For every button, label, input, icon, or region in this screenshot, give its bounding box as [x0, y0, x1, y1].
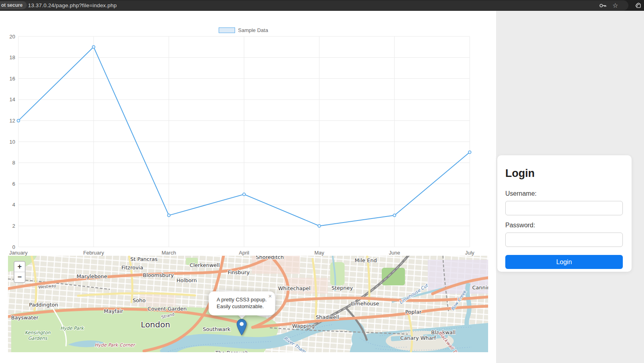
- zoom-out-button[interactable]: −: [14, 272, 25, 282]
- map-label: Fitzrovia: [122, 265, 143, 271]
- map-marker-icon[interactable]: [237, 319, 247, 335]
- svg-text:10: 10: [10, 139, 15, 145]
- popup-line2: Easily customizable.: [217, 303, 271, 310]
- browser-toolbar: ot secure 13.37.0.24/page.php?file=index…: [0, 0, 644, 11]
- login-card: Login Username: Password: Login: [497, 155, 632, 272]
- extensions-icon[interactable]: [635, 0, 642, 11]
- svg-text:March: March: [161, 250, 176, 256]
- popup-line1: A pretty CSS3 popup.: [217, 296, 271, 303]
- map-label: Bayswater: [11, 315, 39, 321]
- map-label: Soho: [133, 297, 146, 303]
- map-label: Stepney: [331, 285, 353, 291]
- url-text[interactable]: 13.37.0.24/page.php?file=index.php: [28, 0, 117, 11]
- zoom-control: + −: [14, 261, 26, 283]
- map-label: St Pancras: [130, 256, 158, 262]
- password-label: Password:: [505, 222, 624, 229]
- svg-text:July: July: [465, 250, 475, 256]
- map-label: Shoreditch: [256, 256, 284, 260]
- map-label: Hyde Park: [60, 325, 85, 331]
- username-label: Username:: [505, 190, 624, 197]
- password-input[interactable]: [505, 233, 623, 247]
- login-button[interactable]: Login: [505, 255, 623, 269]
- svg-text:May: May: [314, 250, 324, 256]
- svg-text:February: February: [83, 250, 104, 256]
- map-label: Limehouse: [351, 301, 379, 307]
- svg-text:April: April: [239, 250, 249, 256]
- map-label: Whitechapel: [278, 285, 310, 291]
- svg-text:8: 8: [12, 160, 15, 166]
- security-chip[interactable]: ot secure: [0, 1, 27, 9]
- svg-text:0: 0: [12, 244, 15, 250]
- map-label: London: [141, 320, 170, 329]
- map-label: Mayfair: [104, 308, 124, 314]
- svg-text:16: 16: [10, 76, 15, 82]
- map-popup: A pretty CSS3 popup. Easily customizable…: [209, 291, 275, 315]
- line-chart: 02468101214161820JanuaryFebruaryMarchApr…: [0, 11, 496, 264]
- right-panel: Login Username: Password: Login: [496, 11, 644, 363]
- map-label: Southwark: [203, 326, 231, 332]
- popup-close-button[interactable]: ×: [268, 293, 272, 299]
- svg-text:2: 2: [12, 223, 15, 229]
- map-label: Hyde Park Corner: [95, 342, 136, 348]
- map-label: Poplar: [405, 309, 422, 315]
- map-label: Marylebone: [77, 273, 107, 279]
- map-label: Holborn: [177, 277, 197, 283]
- key-icon[interactable]: [599, 0, 608, 11]
- map-label: Paddington: [29, 302, 58, 308]
- map-label: Gardens: [28, 335, 48, 341]
- svg-text:18: 18: [10, 54, 15, 60]
- map-label: Shadwell: [316, 314, 339, 320]
- svg-text:14: 14: [10, 96, 15, 102]
- svg-text:June: June: [389, 250, 400, 256]
- username-input[interactable]: [505, 201, 623, 215]
- map-label: Covent Garden: [148, 306, 187, 312]
- svg-text:12: 12: [10, 118, 15, 124]
- map-label: Bloomsbury: [143, 272, 174, 278]
- zoom-in-button[interactable]: +: [14, 262, 25, 272]
- map-label: Finsbury: [228, 269, 250, 275]
- map-label: Canary Wharf: [400, 335, 436, 341]
- map-label: Canning: [472, 285, 488, 291]
- map-label: Clerkenwell: [189, 262, 219, 268]
- star-icon[interactable]: ☆: [612, 0, 618, 11]
- svg-text:6: 6: [12, 181, 15, 187]
- map-label: Mile End: [355, 257, 377, 263]
- map-label: Kensington: [25, 330, 51, 335]
- map[interactable]: St PancrasShoreditchMile EndFitzroviaCle…: [8, 256, 488, 352]
- svg-text:20: 20: [10, 34, 15, 40]
- svg-text:Sample Data: Sample Data: [238, 27, 269, 33]
- svg-text:4: 4: [12, 202, 15, 208]
- svg-text:January: January: [9, 250, 28, 256]
- login-title: Login: [505, 167, 624, 180]
- map-label: Wapping: [292, 323, 315, 329]
- map-label: The Borough: [215, 350, 249, 353]
